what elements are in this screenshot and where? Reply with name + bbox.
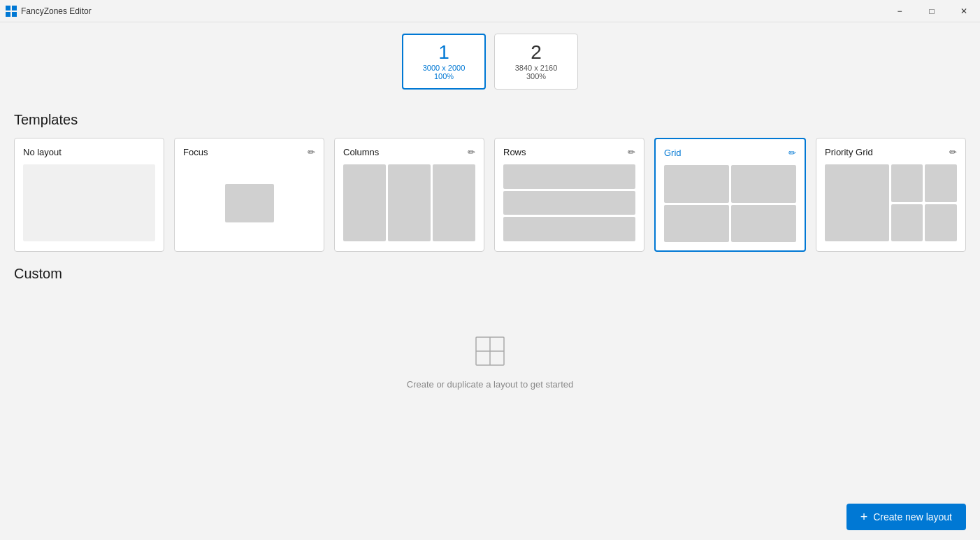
- template-card-no-layout[interactable]: No layout: [14, 138, 164, 252]
- preview-priority-grid: [825, 164, 957, 241]
- template-no-layout-name: No layout: [23, 147, 62, 157]
- grid-zone-3: [664, 205, 729, 243]
- priority-small-zone-1: [891, 164, 923, 202]
- monitor-1-scale: 100%: [434, 72, 454, 80]
- template-rows-name: Rows: [503, 147, 526, 157]
- template-card-priority-grid[interactable]: Priority Grid ✏: [816, 138, 966, 252]
- monitor-2-number: 2: [531, 43, 542, 62]
- monitor-2-scale: 300%: [526, 72, 546, 80]
- row-zone-1: [503, 164, 635, 189]
- monitor-1-number: 1: [438, 43, 449, 62]
- focus-main-zone: [225, 184, 274, 222]
- monitor-card-1[interactable]: 1 3000 x 2000 100%: [402, 34, 486, 90]
- svg-rect-3: [12, 12, 17, 17]
- priority-small-zone-3: [891, 204, 923, 242]
- close-button[interactable]: ✕: [948, 0, 980, 22]
- monitor-1-resolution: 3000 x 2000: [423, 64, 466, 72]
- create-btn-plus-icon: +: [860, 511, 868, 523]
- preview-focus: [183, 164, 315, 241]
- custom-empty-icon: [473, 334, 507, 371]
- custom-empty-text: Create or duplicate a layout to get star…: [407, 379, 573, 390]
- svg-rect-2: [6, 12, 10, 17]
- template-card-focus[interactable]: Focus ✏: [174, 138, 324, 252]
- svg-rect-1: [12, 6, 17, 10]
- templates-section-title: Templates: [14, 112, 966, 128]
- priority-small-zone-4: [925, 204, 957, 242]
- col-zone-3: [433, 164, 475, 241]
- columns-edit-icon[interactable]: ✏: [468, 147, 475, 157]
- template-card-rows[interactable]: Rows ✏: [494, 138, 644, 252]
- custom-section-title: Custom: [14, 266, 966, 282]
- app-icon: [6, 6, 17, 17]
- bottom-bar: + Create new layout: [833, 494, 980, 540]
- template-priority-grid-name: Priority Grid: [825, 147, 873, 157]
- preview-no-layout: [23, 164, 155, 241]
- rows-edit-icon[interactable]: ✏: [628, 147, 635, 157]
- priority-small-zone-2: [925, 164, 957, 202]
- monitor-selector: 1 3000 x 2000 100% 2 3840 x 2160 300%: [0, 22, 980, 98]
- preview-grid: [664, 165, 796, 242]
- create-btn-label: Create new layout: [873, 511, 952, 523]
- template-columns-name: Columns: [343, 147, 379, 157]
- grid-zone-1: [664, 165, 729, 203]
- grid-edit-icon[interactable]: ✏: [788, 148, 796, 158]
- focus-edit-icon[interactable]: ✏: [308, 147, 315, 157]
- preview-rows: [503, 164, 635, 241]
- svg-rect-0: [6, 6, 10, 10]
- col-zone-2: [388, 164, 431, 241]
- template-focus-name: Focus: [183, 147, 208, 157]
- monitor-2-resolution: 3840 x 2160: [515, 64, 558, 72]
- col-zone-1: [343, 164, 386, 241]
- create-new-layout-button[interactable]: + Create new layout: [846, 504, 966, 530]
- template-card-columns[interactable]: Columns ✏: [334, 138, 484, 252]
- template-grid-name: Grid: [664, 148, 682, 158]
- title-bar: FancyZones Editor − □ ✕: [0, 0, 980, 22]
- priority-main-zone: [825, 164, 889, 241]
- app-title: FancyZones Editor: [21, 6, 92, 16]
- monitor-card-2[interactable]: 2 3840 x 2160 300%: [494, 34, 578, 90]
- maximize-button[interactable]: □: [916, 0, 948, 22]
- grid-zone-2: [731, 165, 796, 203]
- templates-row: No layout Focus ✏ Columns ✏: [14, 138, 966, 252]
- grid-zone-4: [731, 205, 796, 243]
- preview-columns: [343, 164, 475, 241]
- template-card-grid[interactable]: Grid ✏: [654, 138, 806, 252]
- row-zone-2: [503, 191, 635, 215]
- custom-empty-state: Create or duplicate a layout to get star…: [14, 292, 966, 432]
- minimize-button[interactable]: −: [884, 0, 916, 22]
- priority-grid-edit-icon[interactable]: ✏: [949, 147, 957, 157]
- window-controls: − □ ✕: [884, 0, 980, 22]
- row-zone-3: [503, 217, 635, 241]
- main-content: Templates No layout Focus ✏ Columns ✏: [0, 98, 980, 540]
